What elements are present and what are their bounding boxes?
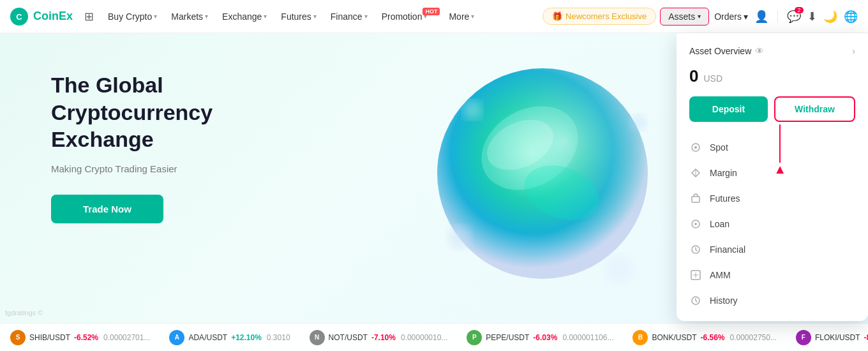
coin-icon-shib: S <box>10 330 26 345</box>
asset-dropdown-panel: Asset Overview 👁 › 0 USD Deposit Withdra… <box>677 33 868 321</box>
coin-icon-pepe: P <box>467 330 482 345</box>
ticker-coin-not: N NOT/USDT -7.10% <box>310 330 396 345</box>
menu-item-loan[interactable]: Loan <box>677 211 868 237</box>
ticker-coin-floki: F FLOKI/USDT -8.06% <box>796 330 868 345</box>
ticker-change-bonk: -6.56% <box>700 333 724 342</box>
svg-point-12 <box>694 146 697 149</box>
orders-button[interactable]: Orders ▾ <box>714 11 748 22</box>
ticker-price-pepe: 0.000001106... <box>562 333 613 342</box>
ticker-change-floki: -8.06% <box>864 333 868 342</box>
asset-overview-row: Asset Overview 👁 › <box>677 43 868 64</box>
profile-button[interactable]: 👤 <box>754 10 768 24</box>
ticker-item-shib[interactable]: S SHIB/USDT -6.52% 0.00002701... <box>10 330 150 345</box>
language-button[interactable]: 🌐 <box>844 10 858 24</box>
ticker-coin-shib: S SHIB/USDT -6.52% <box>10 330 98 345</box>
chevron-down-icon: ▾ <box>698 13 701 20</box>
ticker-pair-shib: SHIB/USDT <box>29 333 70 342</box>
theme-toggle[interactable]: 🌙 <box>823 10 837 24</box>
chevron-down-icon: ▾ <box>264 13 267 20</box>
ticker-item-floki[interactable]: F FLOKI/USDT -8.06% 0.0001388 <box>796 330 868 345</box>
nav-item-futures[interactable]: Futures ▾ <box>274 8 322 26</box>
chevron-down-icon: ▾ <box>313 13 317 20</box>
ticker-price-shib: 0.00002701... <box>103 333 150 342</box>
spot-icon <box>689 141 702 154</box>
logo-text: CoinEx <box>33 10 73 23</box>
trade-now-button[interactable]: Trade Now <box>51 195 163 223</box>
download-button[interactable]: ⬇ <box>807 10 817 24</box>
ticker-change-pepe: -6.03% <box>533 333 557 342</box>
svg-point-9 <box>463 100 482 119</box>
coin-icon-bonk: B <box>632 330 648 345</box>
margin-icon <box>689 167 702 179</box>
balance-currency: USD <box>703 73 722 84</box>
chevron-down-icon: ▾ <box>154 13 157 20</box>
chevron-down-icon: ▾ <box>364 13 368 20</box>
nav-item-promotion[interactable]: Promotion ▾ HOT <box>375 8 442 26</box>
ticker-coin-ada: A ADA/USDT +12.10% <box>169 330 261 345</box>
menu-item-history[interactable]: History <box>677 288 868 313</box>
svg-text:C: C <box>16 12 22 22</box>
asset-balance-row: 0 USD <box>677 64 868 96</box>
logo-area[interactable]: C CoinEx <box>10 8 73 26</box>
globe-visualization <box>421 46 664 314</box>
ticker-pair-pepe: PEPE/USDT <box>486 333 529 342</box>
newcomers-exclusive-button[interactable]: 🎁 Newcomers Exclusive <box>542 8 656 25</box>
nav-item-buy-crypto[interactable]: Buy Crypto ▾ <box>101 8 163 26</box>
navbar: C CoinEx ⊞ Buy Crypto ▾ Markets ▾ Exchan… <box>0 0 868 33</box>
hero-content: The Global Cryptocurrency Exchange Makin… <box>51 71 306 223</box>
hot-badge: HOT <box>423 8 440 15</box>
gift-icon: 🎁 <box>552 11 562 21</box>
grid-icon[interactable]: ⊞ <box>84 10 94 24</box>
menu-item-amm[interactable]: AMM <box>677 262 868 288</box>
assets-button[interactable]: Assets ▾ <box>660 8 709 26</box>
coin-icon-not: N <box>310 330 325 345</box>
asset-overview-title: Asset Overview <box>689 46 751 56</box>
asset-menu-items: Spot Margin Futures Loan Financial <box>677 132 868 316</box>
loan-icon <box>689 218 702 230</box>
ticker-pair-not: NOT/USDT <box>329 333 368 342</box>
action-buttons: Deposit Withdraw <box>677 96 868 132</box>
ticker-item-not[interactable]: N NOT/USDT -7.10% 0.00000010... <box>310 330 448 345</box>
nav-item-exchange[interactable]: Exchange ▾ <box>216 8 273 26</box>
nav-right: Orders ▾ 👤 💬 2 ⬇ 🌙 🌐 <box>714 10 858 24</box>
coin-icon-ada: A <box>169 330 184 345</box>
svg-point-7 <box>631 115 646 130</box>
ticker-change-shib: -6.52% <box>74 333 98 342</box>
menu-item-margin[interactable]: Margin <box>677 160 868 186</box>
ticker-coin-pepe: P PEPE/USDT -6.03% <box>467 330 557 345</box>
financial-icon <box>689 243 702 256</box>
menu-item-futures[interactable]: Futures <box>677 186 868 211</box>
divider <box>777 10 778 23</box>
ticker-price-not: 0.00000010... <box>401 333 447 342</box>
watermark: tgdratings © <box>0 306 48 319</box>
chat-button[interactable]: 💬 2 <box>787 10 801 24</box>
ticker-bar: S SHIB/USDT -6.52% 0.00002701... A ADA/U… <box>0 323 868 351</box>
nav-item-finance[interactable]: Finance ▾ <box>324 8 374 26</box>
hero-subtitle: Making Crypto Trading Easier <box>51 163 306 174</box>
chevron-right-icon[interactable]: › <box>852 46 855 56</box>
ticker-item-bonk[interactable]: B BONK/USDT -6.56% 0.00002750... <box>632 330 776 345</box>
chevron-down-icon: ▾ <box>471 13 474 20</box>
coinex-logo-icon: C <box>10 8 28 26</box>
deposit-button[interactable]: Deposit <box>689 96 768 122</box>
amm-icon <box>689 269 702 281</box>
nav-links: Buy Crypto ▾ Markets ▾ Exchange ▾ Future… <box>101 8 542 26</box>
withdraw-button[interactable]: Withdraw <box>774 96 855 122</box>
asset-overview-left: Asset Overview 👁 <box>689 46 764 56</box>
nav-item-more[interactable]: More ▾ <box>442 8 481 26</box>
eye-icon[interactable]: 👁 <box>755 46 764 56</box>
ticker-item-ada[interactable]: A ADA/USDT +12.10% 0.3010 <box>169 330 290 345</box>
menu-item-financial[interactable]: Financial <box>677 237 868 262</box>
chevron-down-icon: ▾ <box>744 11 748 22</box>
ticker-price-bonk: 0.00002750... <box>730 333 777 342</box>
ticker-change-ada: +12.10% <box>231 333 262 342</box>
svg-point-8 <box>605 255 633 283</box>
chevron-down-icon: ▾ <box>205 13 208 20</box>
nav-item-markets[interactable]: Markets ▾ <box>165 8 214 26</box>
menu-item-spot[interactable]: Spot <box>677 135 868 160</box>
ticker-pair-floki: FLOKI/USDT <box>815 333 860 342</box>
ticker-coin-bonk: B BONK/USDT -6.56% <box>632 330 724 345</box>
svg-rect-14 <box>692 197 700 202</box>
balance-amount: 0 <box>689 66 698 86</box>
ticker-item-pepe[interactable]: P PEPE/USDT -6.03% 0.000001106... <box>467 330 613 345</box>
